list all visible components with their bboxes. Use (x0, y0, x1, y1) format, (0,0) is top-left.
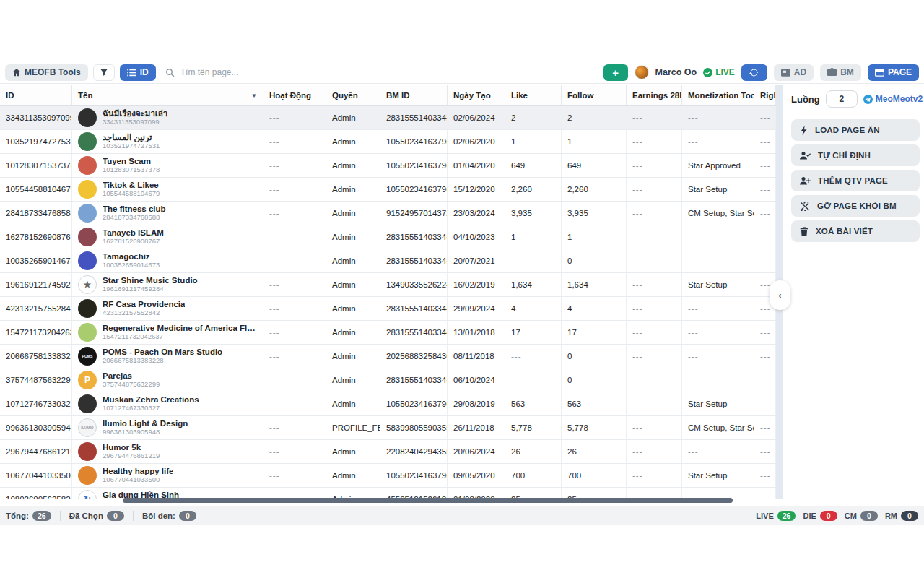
cell-active: --- (263, 154, 326, 177)
user-avatar[interactable] (635, 65, 649, 79)
cell-earnings: --- (627, 106, 682, 129)
column-header-6[interactable]: Like (505, 85, 562, 105)
cell-like: 17 (505, 321, 562, 344)
table-row[interactable]: 423132157552842RF Casa Providencia423132… (0, 297, 776, 321)
luong-input[interactable] (826, 90, 858, 108)
column-header-2[interactable]: Hoạt Động (263, 85, 326, 105)
column-header-4[interactable]: BM ID (380, 85, 448, 105)
table-row[interactable]: 107127467330327Muskan Zehra Creations107… (0, 392, 776, 416)
cell-like: 563 (505, 392, 562, 415)
cell-id: 2066675813383228 (0, 345, 72, 368)
table-row[interactable]: 375744875632299PParejas375744875632299--… (0, 368, 776, 392)
table-row[interactable]: 996361303905948ILUMIOIlumio Light & Desi… (0, 416, 776, 440)
bm-tab-label: BM (840, 67, 854, 77)
table-row[interactable]: 2066675813383228POMSPOMS - Peach On Mars… (0, 345, 776, 368)
highlighted-badge: 0 (179, 511, 196, 521)
die-count-badge: 0 (820, 511, 837, 521)
table-row[interactable]: 296794476861219Humor 5k296794476861219--… (0, 440, 776, 464)
funnel-icon (100, 68, 108, 77)
column-header-1[interactable]: Tên▼ (72, 85, 263, 105)
cell-like: 2 (505, 106, 562, 129)
cell-active: --- (263, 202, 326, 225)
them-qtv-page-button[interactable]: THÊM QTV PAGE (791, 170, 920, 191)
page-name-cell: POMSPOMS - Peach On Mars Studio206667581… (72, 345, 263, 368)
page-avatar (78, 466, 97, 485)
cell-earnings: --- (627, 297, 682, 320)
column-header-0[interactable]: ID (0, 85, 72, 105)
table-row[interactable]: 162781526908767Tanayeb ISLAM162781526908… (0, 225, 776, 249)
cell-id: 162781526908767 (0, 225, 72, 249)
chevron-left-icon: ‹ (778, 290, 781, 301)
sort-caret-icon[interactable]: ▼ (248, 92, 257, 99)
account-link[interactable]: MeoMeotv2 (863, 94, 923, 104)
cell-active: --- (263, 106, 326, 129)
tu-chi-dinh-label: TỰ CHỈ ĐỊNH (818, 151, 871, 160)
table-row[interactable]: 103521974727531ترنين المساجد103521974727… (0, 130, 776, 154)
cm-count-badge: 0 (860, 511, 878, 521)
briefcase-icon (827, 68, 837, 77)
live-status: LIVE (703, 67, 735, 77)
page-avatar (78, 204, 97, 223)
go-page-khoi-bm-button[interactable]: GỠ PAGE KHỎI BM (791, 195, 920, 217)
cell-follow: 700 (562, 464, 627, 487)
cell-follow: 0 (562, 368, 627, 392)
cell-role: Admin (326, 345, 380, 368)
table-row[interactable]: 101283071537378Tuyen Scam101283071537378… (0, 154, 776, 178)
load-page-an-button[interactable]: LOAD PAGE ẨN (791, 119, 920, 141)
horizontal-scrollbar[interactable] (123, 498, 733, 503)
table-row[interactable]: 1961691217459284★Star Shine Music Studio… (0, 273, 776, 297)
cell-earnings: --- (627, 368, 682, 392)
page-name-cell: Tanayeb ISLAM162781526908767 (72, 225, 263, 249)
cell-monetization: --- (682, 225, 754, 249)
page-sub-id: 107127467330327 (103, 405, 199, 413)
cell-monetization: Star Setup (682, 178, 754, 201)
cell-bm_id: 2831555140334482 (380, 106, 448, 129)
add-button[interactable]: + (603, 64, 628, 81)
cell-active: --- (263, 130, 326, 153)
column-header-8[interactable]: Earnings 28Day (627, 85, 682, 105)
cell-follow: 0 (562, 345, 627, 368)
cell-role: Admin (326, 464, 380, 487)
filter-button[interactable] (93, 64, 115, 81)
column-header-9[interactable]: Monetization Tools (682, 85, 754, 105)
ad-tab-button[interactable]: AD (774, 64, 814, 81)
cell-earnings: --- (627, 392, 682, 415)
id-view-button[interactable]: ID (120, 64, 156, 81)
column-header-5[interactable]: Ngày Tạo (448, 85, 505, 105)
cell-active: --- (263, 321, 326, 344)
tu-chi-dinh-button[interactable]: TỰ CHỈ ĐỊNH (791, 144, 920, 166)
cell-monetization: Star Setup (682, 392, 754, 415)
column-header-3[interactable]: Quyền (326, 85, 380, 105)
page-tab-button[interactable]: PAGE (868, 64, 919, 81)
collapse-panel-button[interactable]: ‹ (770, 280, 790, 310)
brand-button[interactable]: MEOFB Tools (5, 64, 88, 81)
column-header-7[interactable]: Follow (562, 85, 627, 105)
cell-created: 20/06/2024 (448, 440, 505, 463)
table-row[interactable]: 106770441033500Healthy happy life1067704… (0, 464, 776, 488)
luong-label: Luồng (791, 94, 820, 105)
home-icon (12, 68, 21, 77)
cell-follow: 17 (562, 321, 627, 344)
rm-count-badge: 0 (901, 511, 918, 521)
table-body: 334311353097099ฉันมีเรื่องจะมาเล่า334311… (0, 106, 776, 499)
table-row[interactable]: 100352659014673Tamagochiz100352659014673… (0, 249, 776, 273)
column-header-10[interactable]: Right (754, 85, 776, 105)
table-row[interactable]: 1547211732042637Regenerative Medicine of… (0, 321, 776, 345)
search-icon (165, 68, 175, 77)
page-avatar (78, 156, 97, 175)
page-sub-id: 162781526908767 (103, 238, 164, 246)
xoa-bai-viet-button[interactable]: XOÁ BÀI VIẾT (791, 220, 920, 242)
bm-tab-button[interactable]: BM (820, 64, 861, 81)
search-input[interactable] (180, 67, 397, 77)
cell-earnings: --- (627, 178, 682, 201)
page-name-cell: PParejas375744875632299 (72, 368, 263, 392)
cell-right: --- (754, 345, 776, 368)
refresh-button[interactable] (741, 64, 767, 81)
table-row[interactable]: 334311353097099ฉันมีเรื่องจะมาเล่า334311… (0, 106, 776, 130)
table-row[interactable]: 284187334768588The fitness club284187334… (0, 202, 776, 225)
cell-like: --- (505, 249, 562, 272)
search-bar (165, 67, 598, 77)
cell-right: --- (754, 416, 776, 439)
table-row[interactable]: 105544588104679Tiktok & Likee10554458810… (0, 178, 776, 202)
cell-earnings: --- (627, 225, 682, 249)
